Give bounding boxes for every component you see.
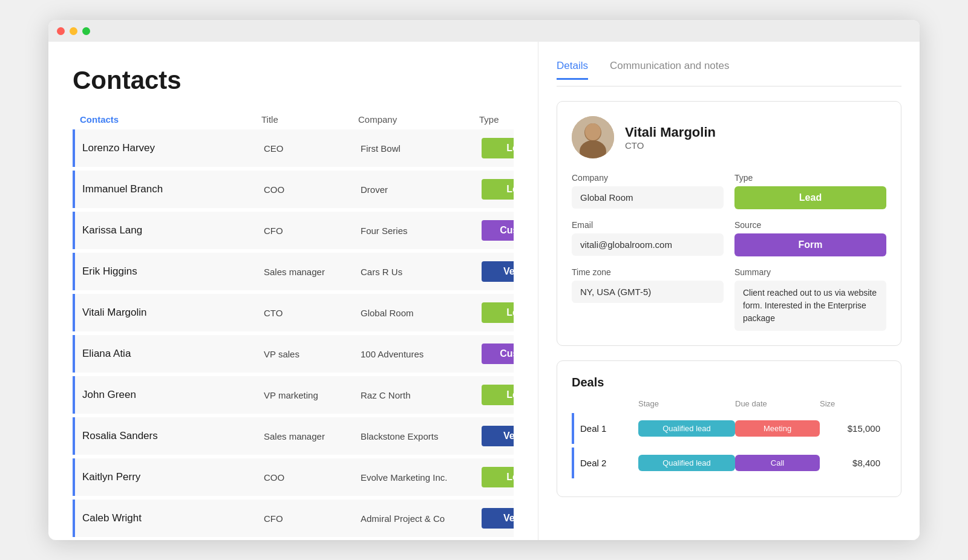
contact-name: John Green: [82, 389, 264, 401]
contact-title: CEO: [264, 143, 361, 154]
company-label: Company: [572, 173, 724, 183]
contacts-table: Contacts Title Company Type Lorenzo Harv…: [73, 114, 514, 540]
contact-type-badge: Vendo: [482, 426, 514, 446]
timezone-field: Time zone NY, USA (GMT-5): [572, 267, 724, 331]
profile-info: Vitali Margolin CTO: [625, 125, 716, 151]
email-label: Email: [572, 220, 724, 230]
titlebar: [48, 20, 920, 42]
contact-name: Erik Higgins: [82, 265, 264, 278]
contact-row[interactable]: Erik Higgins Sales manager Cars R Us Ven…: [73, 253, 514, 290]
details-grid: Company Global Room Type Lead Email vita…: [572, 173, 886, 331]
contact-title: COO: [264, 472, 361, 483]
deal-size: $15,000: [820, 423, 880, 434]
contact-row[interactable]: Eliana Atia VP sales 100 Adventures Cust…: [73, 335, 514, 373]
maximize-button[interactable]: [82, 27, 90, 35]
tab-communication[interactable]: Communication and notes: [610, 60, 730, 80]
contact-type-badge: Lead: [482, 302, 514, 323]
contact-row[interactable]: Kaitlyn Perry COO Evolve Marketing Inc. …: [73, 458, 514, 496]
contact-name: Rosalia Sanders: [82, 430, 264, 442]
deal-size: $8,400: [820, 458, 880, 468]
page-title: Contacts: [73, 66, 514, 95]
contact-row[interactable]: Rosalia Sanders Sales manager Blackstone…: [73, 417, 514, 455]
contact-company: Global Room: [361, 308, 482, 318]
col-type-header: Type: [479, 114, 514, 125]
deal-name: Deal 2: [580, 458, 638, 468]
email-field: Email vitali@globalroom.com: [572, 220, 724, 256]
contact-row[interactable]: Caleb Wright CFO Admiral Project & Co Ve…: [73, 500, 514, 537]
deals-card: Deals Stage Due date Size Deal 1 Qualifi…: [557, 360, 901, 497]
contact-company: Evolve Marketing Inc.: [361, 472, 482, 483]
col-title-header: Title: [261, 114, 358, 125]
contact-company: Cars R Us: [361, 267, 482, 277]
contact-row[interactable]: John Green VP marketing Raz C North Lead: [73, 376, 514, 414]
contact-title: CFO: [264, 513, 361, 524]
contact-type-badge: Vendo: [482, 261, 514, 282]
deal-row[interactable]: Deal 2 Qualified lead Call $8,400: [572, 448, 886, 478]
contact-title: CFO: [264, 226, 361, 236]
type-field: Type Lead: [734, 173, 886, 209]
contact-name: Eliana Atia: [82, 348, 264, 360]
contact-row[interactable]: Immanuel Branch COO Drover Lead: [73, 171, 514, 208]
company-field: Company Global Room: [572, 173, 724, 209]
right-panel: Details Communication and notes: [538, 42, 920, 540]
contact-name: Karissa Lang: [82, 224, 264, 236]
deals-col-duedate: Due date: [735, 399, 820, 408]
deal-stage: Qualified lead: [638, 420, 735, 437]
source-label: Source: [734, 220, 886, 230]
deal-due-date: Call: [735, 455, 820, 471]
minimize-button[interactable]: [70, 27, 77, 35]
contact-company: Raz C North: [361, 390, 482, 400]
contact-name: Kaitlyn Perry: [82, 471, 264, 483]
email-value: vitali@globalroom.com: [572, 233, 724, 256]
contact-name: Immanuel Branch: [82, 183, 264, 195]
tabs-bar: Details Communication and notes: [557, 60, 901, 86]
source-field: Source Form: [734, 220, 886, 256]
contact-row[interactable]: Karissa Lang CFO Four Series Custom: [73, 212, 514, 249]
type-label: Type: [734, 173, 886, 183]
deals-title: Deals: [572, 376, 886, 389]
company-value: Global Room: [572, 186, 724, 209]
table-header: Contacts Title Company Type: [73, 114, 514, 129]
contact-company: Four Series: [361, 226, 482, 236]
contact-type-badge: Vendo: [482, 508, 514, 529]
summary-label: Summary: [734, 267, 886, 277]
contact-title: VP marketing: [264, 390, 361, 400]
contact-row[interactable]: Vitali Margolin CTO Global Room Lead: [73, 294, 514, 331]
contact-rows-container: Lorenzo Harvey CEO First Bowl Lead Imman…: [73, 129, 514, 537]
deal-due-date: Meeting: [735, 420, 820, 437]
svg-point-3: [585, 123, 601, 140]
deals-rows-container: Deal 1 Qualified lead Meeting $15,000 De…: [572, 413, 886, 478]
contact-title: CTO: [264, 308, 361, 318]
contact-company: Drover: [361, 184, 482, 195]
contact-type-badge: Lead: [482, 179, 514, 200]
type-badge: Lead: [734, 186, 886, 209]
deals-header: Stage Due date Size: [572, 399, 886, 413]
summary-value: Client reached out to us via website for…: [734, 281, 886, 331]
tab-details[interactable]: Details: [557, 60, 588, 80]
contact-type-badge: Lead: [482, 385, 514, 405]
app-window: Contacts Contacts Title Company Type Lor…: [48, 20, 920, 540]
contact-type-badge: Custom: [482, 343, 514, 364]
deals-col-size: Size: [820, 399, 880, 408]
details-card: Vitali Margolin CTO Company Global Room …: [557, 101, 901, 346]
close-button[interactable]: [57, 27, 65, 35]
contact-row[interactable]: Lorenzo Harvey CEO First Bowl Lead: [73, 129, 514, 167]
contact-company: Blackstone Exports: [361, 431, 482, 441]
profile-role: CTO: [625, 140, 716, 151]
contact-title: Sales manager: [264, 267, 361, 277]
deal-name: Deal 1: [580, 423, 638, 434]
col-company-header: Company: [358, 114, 479, 125]
contact-type-badge: Lead: [482, 138, 514, 158]
contact-name: Lorenzo Harvey: [82, 142, 264, 154]
contact-title: VP sales: [264, 349, 361, 359]
summary-field: Summary Client reached out to us via web…: [734, 267, 886, 331]
contact-name: Caleb Wright: [82, 512, 264, 524]
contact-name: Vitali Margolin: [82, 307, 264, 319]
deal-stage: Qualified lead: [638, 455, 735, 471]
deal-row[interactable]: Deal 1 Qualified lead Meeting $15,000: [572, 413, 886, 444]
deals-col-name: [578, 399, 638, 408]
source-badge: Form: [734, 233, 886, 256]
contact-company: First Bowl: [361, 143, 482, 154]
contact-type-badge: Custom: [482, 220, 514, 241]
timezone-value: NY, USA (GMT-5): [572, 281, 724, 303]
